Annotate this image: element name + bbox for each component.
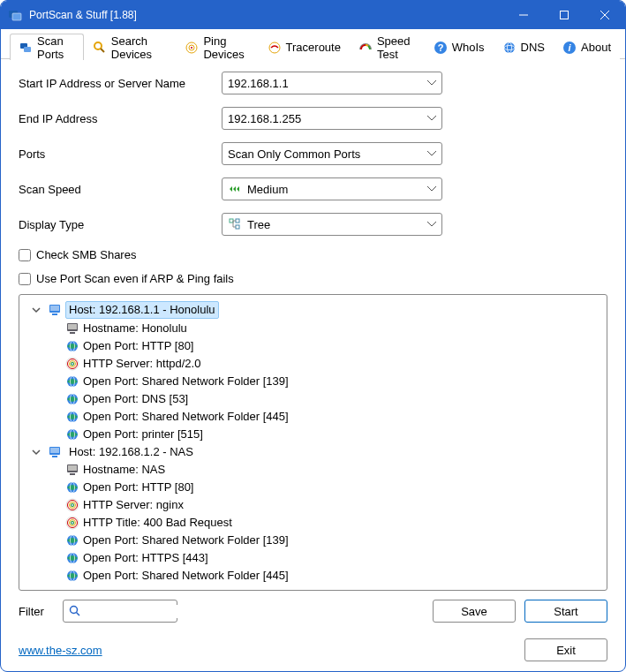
tab-traceroute[interactable]: Traceroute (259, 34, 350, 60)
tab-label: Traceroute (286, 41, 341, 54)
tree-child-node[interactable]: Open Port: DNS [53] (65, 390, 603, 408)
tree-child-node[interactable]: Open Port: printer [515] (65, 426, 603, 443)
tab-ping-devices[interactable]: Ping Devices (176, 34, 258, 60)
collapse-icon[interactable] (32, 306, 44, 314)
svg-point-62 (72, 522, 73, 524)
tab-about[interactable]: iAbout (554, 34, 620, 60)
maximize-button[interactable] (544, 1, 585, 29)
tab-dns[interactable]: DNS (494, 34, 554, 60)
use-portscan-input[interactable] (19, 273, 31, 285)
display-type-label: Display Type (19, 218, 222, 231)
tab-scan-ports[interactable]: Scan Ports (10, 34, 84, 60)
exit-button[interactable]: Exit (524, 638, 607, 661)
use-portscan-label: Use Port Scan even if ARP & Ping fails (36, 272, 234, 285)
start-button[interactable]: Start (524, 600, 607, 623)
http-icon (65, 498, 79, 512)
port-icon (65, 551, 79, 565)
chevron-down-icon (427, 116, 436, 121)
close-button[interactable] (585, 1, 625, 29)
svg-rect-21 (230, 219, 233, 223)
port-icon (65, 427, 79, 442)
http-icon (65, 516, 79, 530)
start-ip-label: Start IP Address or Server Name (19, 77, 222, 90)
tree-node-label: Open Port: HTTP [80] (83, 338, 193, 354)
tab-label: WhoIs (452, 41, 485, 54)
tree-node-label: HTTP Server: httpd/2.0 (83, 356, 200, 372)
tree-child-node[interactable]: Hostname: Honolulu (65, 320, 603, 337)
titlebar: PortScan & Stuff [1.88] (1, 1, 625, 29)
chevron-down-icon (427, 151, 436, 156)
tree-child-node[interactable]: Open Port: Shared Network Folder [445] (65, 408, 603, 426)
save-button[interactable]: Save (433, 600, 516, 623)
trace-icon (268, 41, 282, 55)
ports-select[interactable]: Scan Only Common Ports (222, 142, 442, 165)
use-portscan-checkbox[interactable]: Use Port Scan even if ARP & Ping fails (19, 272, 607, 285)
svg-rect-29 (70, 332, 75, 334)
tab-search-devices[interactable]: Search Devices (84, 34, 177, 60)
tree-child-node[interactable]: HTTP Server: httpd/2.0 (65, 355, 603, 373)
svg-line-9 (101, 49, 104, 52)
port-icon (65, 339, 79, 353)
svg-rect-7 (24, 47, 31, 52)
filter-label: Filter (19, 605, 54, 618)
end-ip-input[interactable]: 192.168.1.255 (222, 107, 442, 130)
search-icon (93, 41, 107, 55)
http-icon (65, 357, 79, 371)
check-smb-input[interactable] (19, 249, 31, 261)
tree-icon (228, 217, 242, 231)
svg-rect-1 (12, 13, 21, 20)
tree-child-node[interactable]: Open Port: HTTP [80] (65, 479, 603, 496)
tree-child-node[interactable]: Open Port: HTTP [80] (65, 337, 603, 355)
check-smb-checkbox[interactable]: Check SMB Shares (19, 248, 607, 261)
tab-speed-test[interactable]: Speed Test (350, 34, 425, 60)
tree-host-node[interactable]: Host: 192.168.1.2 - NAS (32, 443, 603, 461)
website-link[interactable]: www.the-sz.com (19, 644, 102, 657)
svg-rect-23 (236, 225, 239, 229)
tree-node-label: Open Port: Shared Network Folder [139] (83, 532, 289, 548)
port-icon (65, 410, 79, 424)
tree-child-node[interactable]: Open Port: Shared Network Folder [139] (65, 532, 603, 549)
dns-icon (502, 41, 517, 55)
tree-child-node[interactable]: Hostname: NAS (65, 461, 603, 479)
tree-child-node[interactable]: Open Port: HTTPS [443] (65, 549, 603, 567)
ping-icon (185, 41, 199, 55)
tree-node-label: Open Port: Shared Network Folder [445] (83, 568, 289, 584)
tree-node-label: HTTP Title: 400 Bad Request (83, 515, 232, 531)
host-icon (65, 463, 79, 477)
svg-rect-22 (236, 219, 239, 223)
minimize-button[interactable] (503, 1, 544, 29)
svg-rect-25 (50, 306, 59, 311)
tree-node-label: Hostname: NAS (83, 462, 165, 478)
svg-point-69 (71, 607, 78, 614)
tree-child-node[interactable]: Open Port: Shared Network Folder [445] (65, 567, 603, 585)
start-ip-input[interactable]: 192.168.1.1 (222, 72, 442, 94)
port-icon (65, 533, 79, 547)
tree-node-label: Open Port: HTTP [80] (83, 479, 193, 495)
tree-child-node[interactable]: HTTP Server: nginx (65, 496, 603, 514)
tab-label: Speed Test (377, 34, 416, 61)
tree-node-label: Open Port: DNS [53] (83, 391, 188, 407)
filter-input[interactable] (85, 605, 233, 618)
display-type-select[interactable]: Tree (222, 213, 442, 236)
host-icon (65, 321, 79, 336)
tree-host-node[interactable]: Host: 192.168.1.1 - Honolulu (32, 300, 603, 320)
tab-label: Ping Devices (203, 34, 249, 61)
results-tree[interactable]: Host: 192.168.1.1 - HonoluluHostname: Ho… (19, 294, 607, 591)
svg-rect-3 (561, 11, 569, 19)
scan-speed-select[interactable]: Medium (222, 177, 442, 200)
speed-icon (358, 41, 373, 55)
ports-value: Scan Only Common Ports (228, 147, 360, 161)
tab-whois[interactable]: ?WhoIs (425, 34, 494, 60)
tab-label: About (581, 41, 611, 54)
tree-child-node[interactable]: Open Port: Shared Network Folder [139] (65, 373, 603, 390)
tree-child-node[interactable]: HTTP Title: 400 Bad Request (65, 514, 603, 532)
content-pane: Start IP Address or Server Name 192.168.… (1, 59, 625, 638)
end-ip-label: End IP Address (19, 112, 222, 125)
filter-input-wrapper[interactable] (63, 600, 177, 623)
svg-point-36 (72, 363, 73, 365)
end-ip-value: 192.168.1.255 (228, 112, 301, 125)
tab-label: DNS (521, 41, 545, 54)
whois-icon: ? (434, 41, 448, 55)
app-icon (8, 8, 22, 22)
collapse-icon[interactable] (32, 448, 44, 457)
